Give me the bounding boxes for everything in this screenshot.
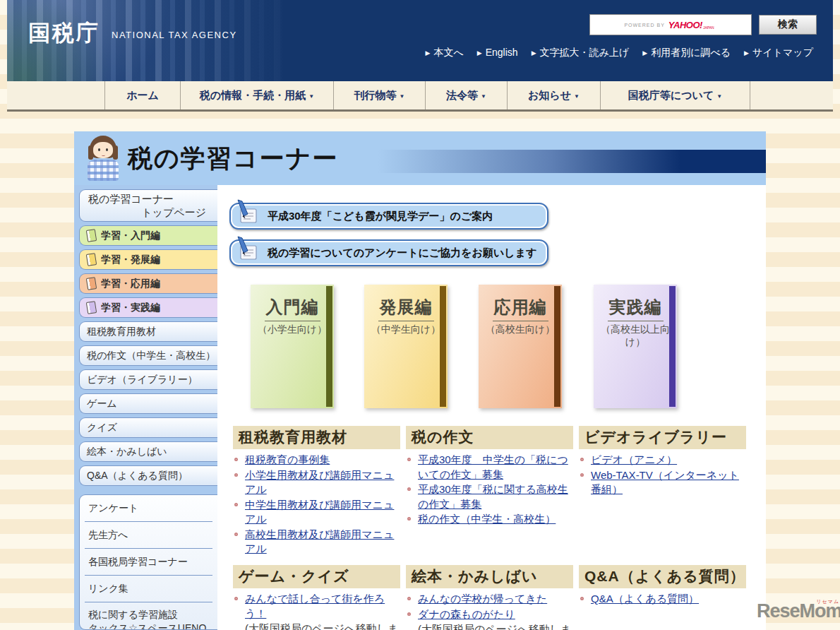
chevron-down-icon: ▼: [400, 93, 405, 100]
utility-link-to-content[interactable]: ▶本文へ: [426, 47, 464, 59]
book-spine: [326, 286, 332, 407]
nav-item-laws[interactable]: 法令等▼: [425, 81, 507, 109]
book-icon: [86, 229, 97, 242]
bullet-icon: [580, 473, 584, 477]
list-item: 平成30年度「税に関する高校生の作文」募集: [406, 482, 573, 511]
bullet-icon: [407, 458, 411, 461]
section-heading: ゲーム・クイズ: [233, 565, 400, 588]
section-game-quiz: ゲーム・クイズ みんなで話し合って街を作ろう！ (大阪国税局のページへ移動しま: [233, 565, 400, 630]
utility-link-text-size[interactable]: ▶文字拡大・読み上げ: [532, 47, 630, 59]
sidebar-item-oyo[interactable]: 学習・応用編: [79, 273, 217, 294]
nav-item-tax-info[interactable]: 税の情報・手続・用紙▼: [180, 81, 333, 109]
section-link[interactable]: ビデオ（アニメ）: [591, 453, 677, 465]
sidebar-item-links[interactable]: リンク集: [80, 576, 217, 602]
sidebar-item-video-library[interactable]: ビデオ（ライブラリー）: [79, 369, 217, 390]
book-spine: [554, 286, 560, 407]
list-item: 高校生用教材及び講師用マニュアル: [233, 528, 400, 557]
sidebar-item-game[interactable]: ゲーム: [79, 393, 217, 414]
sidebar-item-hatten[interactable]: 学習・発展編: [79, 249, 217, 270]
section-heading: ビデオライブラリー: [579, 426, 746, 449]
utility-nav: ▶本文へ ▶English ▶文字拡大・読み上げ ▶利用者別に調べる ▶サイトマ…: [426, 47, 813, 59]
section-link[interactable]: 税の作文（中学生・高校生）: [418, 513, 556, 525]
section-link[interactable]: 平成30年度「税に関する高校生の作文」募集: [418, 483, 568, 510]
section-picture-book: 絵本・かみしばい みんなの学校が帰ってきた ダナの森ものがたり (大阪国税局のペ…: [406, 565, 573, 630]
utility-link-english[interactable]: ▶English: [477, 47, 518, 59]
sidebar: 税の学習コーナー トップページ 学習・入門編 学習・発展編 学習・応用編 学習・…: [74, 185, 217, 630]
sidebar-item-top-page[interactable]: 税の学習コーナー トップページ: [79, 189, 217, 222]
arrow-icon: ▶: [744, 49, 749, 57]
section-link[interactable]: みんなの学校が帰ってきた: [418, 593, 547, 605]
learning-corner-banner: 税の学習コーナー: [74, 131, 766, 185]
list-item: 中学生用教材及び講師用マニュアル: [233, 498, 400, 527]
nav-item-home[interactable]: ホーム: [104, 81, 180, 109]
sidebar-item-for-teachers[interactable]: 先生方へ: [80, 522, 217, 548]
list-item: みんなの学校が帰ってきた: [406, 592, 573, 607]
nav-item-news[interactable]: お知らせ▼: [507, 81, 600, 109]
resemom-watermark: リセマム ReseMom.: [757, 600, 840, 622]
bullet-icon: [407, 597, 411, 600]
section-note: (大阪国税局のページへ移動しま: [233, 622, 400, 630]
sidebar-item-picture-book[interactable]: 絵本・かみしばい: [79, 441, 217, 462]
section-link[interactable]: 平成30年度 中学生の「税についての作文」募集: [418, 453, 568, 480]
pencil-memo-icon: [235, 236, 260, 265]
list-item: 小学生用教材及び講師用マニュアル: [233, 468, 400, 497]
list-item: Q&A（よくある質問）: [579, 592, 746, 607]
search-input[interactable]: POWERED BY YAHOO! JAPAN: [589, 14, 752, 35]
sidebar-item-jissen[interactable]: 学習・実践編: [79, 297, 217, 318]
section-heading: Q&A（よくある質問）: [579, 565, 746, 588]
notice-kasumigaseki-tour[interactable]: 平成30年度「こども霞が関見学デー」のご案内: [229, 203, 548, 230]
section-link[interactable]: 中学生用教材及び講師用マニュアル: [245, 499, 394, 525]
sidebar-item-tax-essay[interactable]: 税の作文（中学生・高校生）: [79, 345, 217, 366]
section-link[interactable]: みんなで話し合って街を作ろう！: [245, 593, 385, 619]
section-link[interactable]: Q&A（よくある質問）: [591, 593, 699, 605]
sidebar-item-tax-education-materials[interactable]: 租税教育用教材: [79, 321, 217, 342]
girl-shirt: [88, 160, 119, 181]
notice-survey-request[interactable]: 税の学習についてのアンケートにご協力をお願いします: [229, 239, 548, 266]
sidebar-item-survey[interactable]: アンケート: [80, 495, 217, 521]
sidebar-item-qa[interactable]: Q&A（よくある質問）: [79, 465, 217, 486]
sidebar-item-regional-bureaus[interactable]: 各国税局学習コーナー: [80, 549, 217, 575]
agency-logo[interactable]: 国税庁: [28, 18, 100, 48]
bullet-icon: [407, 612, 411, 616]
book-icon: [86, 301, 97, 314]
nav-spacer-end: [750, 81, 833, 109]
sidebar-item-quiz[interactable]: クイズ: [79, 417, 217, 438]
book-card-jissen[interactable]: 実践編 （高校生以上向け）: [594, 285, 677, 408]
search-button[interactable]: 検索: [759, 15, 817, 35]
bullet-icon: [234, 533, 238, 536]
section-note: (大阪国税局のページへ移動しま: [406, 622, 573, 630]
list-item: 租税教育の事例集: [233, 453, 400, 468]
section-link[interactable]: ダナの森ものがたり: [418, 608, 515, 620]
list-item: Web-TAX-TV（インターネット番組）: [579, 468, 746, 497]
site-header: 国税庁 NATIONAL TAX AGENCY POWERED BY YAHOO…: [7, 0, 833, 81]
sidebar-lower-menu: アンケート 先生方へ 各国税局学習コーナー リンク集 税に関する学習施設 タック…: [79, 494, 217, 630]
yahoo-logo: YAHOO!: [668, 20, 702, 30]
page-content: 税の学習コーナー 税の学習コーナー トップページ 学習・入門編 学習・発展編 学…: [74, 131, 766, 630]
section-tax-essay: 税の作文 平成30年度 中学生の「税についての作文」募集 平成30年度「税に関す…: [406, 426, 573, 528]
book-spine: [440, 286, 446, 407]
section-heading: 税の作文: [406, 426, 573, 449]
chevron-down-icon: ▼: [308, 93, 314, 100]
bullet-icon: [580, 458, 584, 461]
book-card-nyumon[interactable]: 入門編 （小学生向け）: [251, 285, 334, 408]
nav-item-publications[interactable]: 刊行物等▼: [333, 81, 425, 109]
list-item: ビデオ（アニメ）: [579, 453, 746, 468]
yahoo-japan-label: JAPAN: [703, 25, 714, 30]
book-card-hatten[interactable]: 発展編 （中学生向け）: [364, 285, 448, 408]
bullet-icon: [580, 597, 584, 600]
sidebar-item-learning-facility[interactable]: 税に関する学習施設 タックス☆スペースUENO: [80, 602, 217, 630]
section-link[interactable]: 高校生用教材及び講師用マニュアル: [245, 528, 394, 555]
arrow-icon: ▶: [477, 49, 482, 57]
section-tax-education-materials: 租税教育用教材 租税教育の事例集 小学生用教材及び講師用マニュアル 中学生用教材…: [233, 426, 400, 557]
section-link[interactable]: 小学生用教材及び講師用マニュアル: [245, 469, 394, 496]
utility-link-by-user[interactable]: ▶利用者別に調べる: [642, 47, 731, 59]
sidebar-item-nyumon[interactable]: 学習・入門編: [79, 225, 217, 246]
section-link[interactable]: Web-TAX-TV（インターネット番組）: [591, 469, 739, 496]
powered-by-label: POWERED BY: [624, 23, 664, 28]
utility-link-sitemap[interactable]: ▶サイトマップ: [744, 47, 813, 59]
bullet-icon: [407, 487, 411, 491]
nav-item-about-nta[interactable]: 国税庁等について▼: [600, 81, 750, 109]
section-link[interactable]: 租税教育の事例集: [245, 453, 330, 465]
book-card-oyo[interactable]: 応用編 （高校生向け）: [479, 285, 562, 408]
bullet-icon: [407, 517, 411, 521]
